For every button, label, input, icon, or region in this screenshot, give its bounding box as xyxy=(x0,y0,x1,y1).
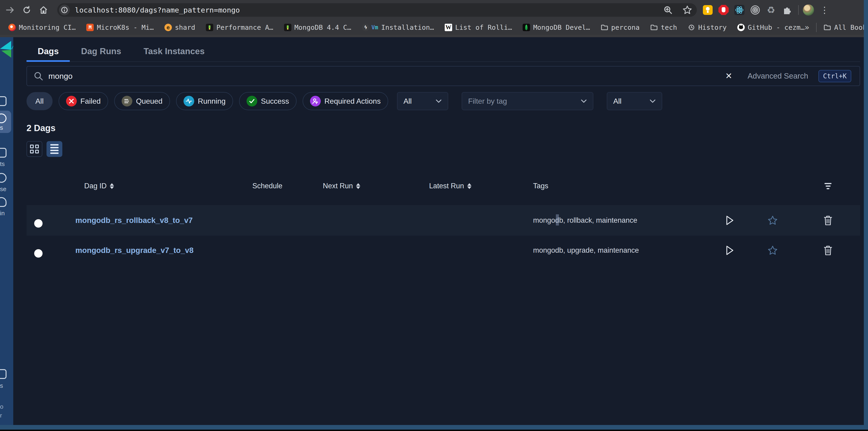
docs-icon xyxy=(0,369,6,379)
search-icon xyxy=(33,71,43,81)
column-filter-icon[interactable] xyxy=(825,183,832,189)
sidebar-fragment: o xyxy=(0,403,3,410)
bookmark-installation[interactable]: ϟ Vm Installation… xyxy=(362,24,434,31)
bookmarks-overflow-icon[interactable]: » xyxy=(805,23,809,32)
advanced-search-link[interactable]: Advanced Search xyxy=(747,72,808,80)
bookmark-performance[interactable]: Performance A… xyxy=(206,24,273,31)
browser-menu-icon[interactable]: ⋮ xyxy=(820,5,829,15)
failed-status-icon xyxy=(66,96,77,106)
all-bookmarks-button[interactable]: All Bookmarks xyxy=(824,24,868,31)
sort-icon[interactable] xyxy=(467,183,471,189)
airflow-logo-icon[interactable] xyxy=(0,40,13,59)
paused-filter-dropdown[interactable]: All xyxy=(397,92,448,110)
filter-failed-button[interactable]: Failed xyxy=(59,92,108,110)
tag-filter-dropdown[interactable]: Filter by tag xyxy=(462,92,593,110)
bookmark-history[interactable]: History xyxy=(688,24,726,31)
filter-all-button[interactable]: All xyxy=(27,92,53,110)
column-dag-id[interactable]: Dag ID xyxy=(67,182,252,190)
sort-icon[interactable] xyxy=(110,183,114,189)
bookmark-folder-percona[interactable]: percona xyxy=(601,24,640,31)
bookmark-wikipedia[interactable]: W List of Rolli… xyxy=(445,24,512,31)
tab-dag-runs[interactable]: Dag Runs xyxy=(70,46,132,61)
search-value: mongo xyxy=(49,72,725,81)
required-actions-icon xyxy=(310,96,321,106)
bookmark-microk8s[interactable]: M MicroK8s - Mi… xyxy=(86,24,154,31)
folder-icon xyxy=(824,24,831,31)
bookmark-star-icon[interactable] xyxy=(682,5,692,15)
trigger-dag-button[interactable] xyxy=(721,212,738,229)
folder-icon xyxy=(601,24,608,31)
vm-favicon: Vm xyxy=(371,24,378,31)
zoom-in-icon[interactable] xyxy=(663,5,673,14)
status-filter-bar: All Failed Queued Running xyxy=(27,92,860,110)
tab-task-instances[interactable]: Task Instances xyxy=(132,46,216,61)
reload-icon[interactable] xyxy=(20,3,33,17)
favorite-filter-dropdown[interactable]: All xyxy=(607,92,662,110)
browse-icon xyxy=(0,173,6,183)
window-right-edge xyxy=(864,0,868,430)
bookmark-github[interactable]: GitHub - cezm… xyxy=(737,24,805,31)
trigger-dag-button[interactable] xyxy=(721,242,738,259)
dags-icon xyxy=(0,113,6,123)
dag-search-input[interactable]: mongo ✕ Advanced Search Ctrl+K xyxy=(27,66,860,86)
mongodb-leaf-favicon xyxy=(523,24,530,31)
recycle-extension-icon[interactable]: ♻ xyxy=(766,5,776,15)
dag-link[interactable]: mongodb_rs_rollback_v8_to_v7 xyxy=(67,216,252,225)
dag-link[interactable]: mongodb_rs_upgrade_v7_to_v8 xyxy=(67,246,252,255)
bookmark-shard[interactable]: e shard xyxy=(164,24,195,31)
bookmark-mongodb-devel[interactable]: MongoDB Devel… xyxy=(523,24,590,31)
sidebar-item-dags[interactable]: s xyxy=(0,111,11,133)
bookmark-mongodb-44[interactable]: MongoDB 4.4 C… xyxy=(284,24,351,31)
list-view-icon xyxy=(50,144,59,154)
url-text[interactable]: localhost:8080/dags?name_pattern=mongo xyxy=(75,6,663,14)
dag-count-heading: 2 Dags xyxy=(27,123,860,133)
chevron-down-icon xyxy=(650,99,656,103)
target-extension-icon[interactable] xyxy=(750,5,761,15)
history-clock-icon xyxy=(688,24,695,31)
assets-icon xyxy=(0,148,6,158)
window-content-divider xyxy=(0,35,864,37)
site-info-icon[interactable] xyxy=(59,5,70,15)
dag-tags: mongodb, rollback, maintenance xyxy=(533,216,710,225)
clear-search-icon[interactable]: ✕ xyxy=(725,71,732,81)
react-devtools-icon[interactable] xyxy=(734,5,745,15)
home-icon[interactable] xyxy=(37,3,50,17)
delete-dag-button[interactable] xyxy=(820,212,836,229)
profile-avatar[interactable] xyxy=(803,4,814,15)
shard-favicon: e xyxy=(164,24,172,31)
doc-favicon xyxy=(206,24,213,31)
favorite-star-button[interactable] xyxy=(765,242,781,259)
airflow-page: e s ts se in s o r Dags Dag Runs xyxy=(0,37,864,425)
forward-icon[interactable] xyxy=(3,3,17,17)
chevron-down-icon xyxy=(581,99,587,103)
extensions-puzzle-icon[interactable] xyxy=(781,5,792,15)
admin-icon xyxy=(0,197,6,207)
speed-favicon: ϟ xyxy=(362,24,369,31)
percona-favicon xyxy=(8,24,16,31)
dags-main-panel: Dags Dag Runs Task Instances mongo ✕ Adv… xyxy=(13,37,864,425)
table-row: mongodb_rs_rollback_v8_to_v7 mongodb, ro… xyxy=(27,205,860,235)
keep-extension-icon[interactable] xyxy=(703,5,713,15)
filter-queued-button[interactable]: Queued xyxy=(114,92,170,110)
browser-toolbar: localhost:8080/dags?name_pattern=mongo ♻… xyxy=(0,0,864,20)
view-toggle-group xyxy=(27,141,860,157)
adblock-extension-icon[interactable] xyxy=(718,5,729,15)
table-view-button[interactable] xyxy=(46,141,62,157)
column-next-run[interactable]: Next Run xyxy=(323,182,429,190)
sort-icon[interactable] xyxy=(356,183,360,189)
filter-required-actions-button[interactable]: Required Actions xyxy=(303,92,388,110)
address-bar[interactable]: localhost:8080/dags?name_pattern=mongo xyxy=(57,3,697,17)
bookmark-folder-tech[interactable]: tech xyxy=(650,24,677,31)
card-view-button[interactable] xyxy=(27,141,42,157)
column-latest-run[interactable]: Latest Run xyxy=(429,182,533,190)
filter-running-button[interactable]: Running xyxy=(176,92,233,110)
tab-dags[interactable]: Dags xyxy=(27,46,70,61)
delete-dag-button[interactable] xyxy=(820,242,836,259)
favorite-star-button[interactable] xyxy=(765,212,781,229)
text-cursor-artifact xyxy=(556,214,559,226)
toolbar-divider xyxy=(798,5,799,15)
dags-table-body: mongodb_rs_rollback_v8_to_v7 mongodb, ro… xyxy=(27,205,860,265)
bookmark-monitoring[interactable]: Monitoring CI… xyxy=(8,24,75,31)
filter-success-button[interactable]: Success xyxy=(239,92,297,110)
airflow-sidebar: e s ts se in s o r xyxy=(0,37,13,425)
